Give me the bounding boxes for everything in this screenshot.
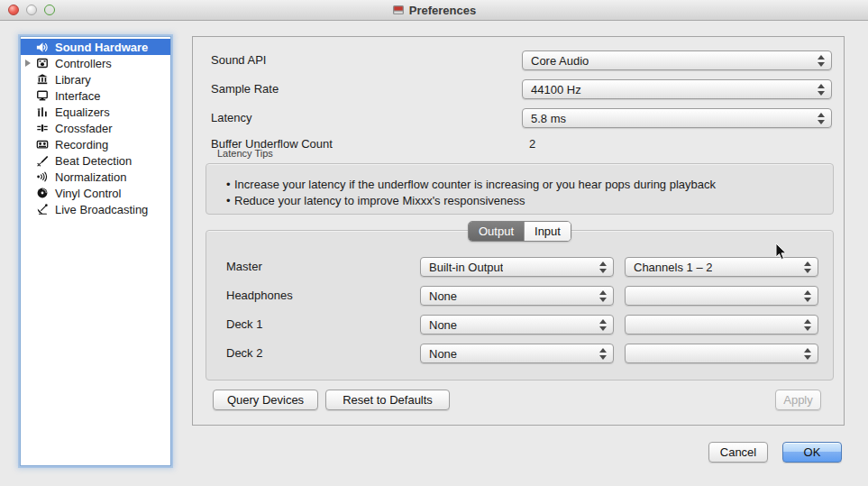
sidebar-item-equalizers[interactable]: Equalizers xyxy=(21,104,170,120)
mouse-cursor xyxy=(775,243,788,261)
sidebar-item-beat-detection[interactable]: Beat Detection xyxy=(21,152,170,169)
monitor-icon xyxy=(34,88,50,103)
stepper-arrows-icon xyxy=(818,84,825,96)
master-device-select[interactable]: Built-in Output xyxy=(420,257,614,277)
tab-input[interactable]: Input xyxy=(524,222,571,241)
headphones-label: Headphones xyxy=(226,286,293,306)
deck1-device-select[interactable]: None xyxy=(420,315,614,335)
sidebar-item-interface[interactable]: Interface xyxy=(21,87,170,104)
titlebar[interactable]: Preferences xyxy=(0,0,868,21)
sound-api-select[interactable]: Core Audio xyxy=(522,50,832,70)
latency-label: Latency xyxy=(211,108,252,128)
sidebar-item-crossfader[interactable]: Crossfader xyxy=(21,120,170,136)
deck1-channels-select[interactable] xyxy=(625,315,818,335)
sidebar-item-normalization[interactable]: Normalization xyxy=(21,169,170,185)
sound-hardware-panel: Sound API Core Audio Sample Rate 44100 H… xyxy=(192,36,845,426)
sidebar-item-label: Sound Hardware xyxy=(55,41,148,54)
title-area: Preferences xyxy=(0,0,868,20)
sidebar-item-label: Controllers xyxy=(55,57,112,70)
app-icon xyxy=(392,4,405,16)
latency-tip: Increase your latency if the underflow c… xyxy=(206,177,833,193)
stepper-arrows-icon xyxy=(804,261,811,273)
deck2-device-select[interactable]: None xyxy=(420,344,614,363)
beat-detection-pen-icon xyxy=(34,153,50,168)
library-columns-icon xyxy=(34,72,50,87)
disclosure-triangle-icon[interactable] xyxy=(21,60,34,67)
query-devices-button[interactable]: Query Devices xyxy=(213,390,318,410)
sidebar-item-label: Beat Detection xyxy=(55,154,132,168)
latency-tip: Reduce your latency to improve Mixxx's r… xyxy=(206,193,833,209)
sidebar-item-library[interactable]: Library xyxy=(21,71,170,87)
headphones-device-select[interactable]: None xyxy=(420,286,614,306)
sidebar-item-label: Recording xyxy=(55,138,108,151)
tab-output[interactable]: Output xyxy=(469,222,524,241)
sidebar-item-label: Crossfader xyxy=(55,122,113,135)
latency-select[interactable]: 5.8 ms xyxy=(522,108,832,128)
headphones-channels-select[interactable] xyxy=(625,286,818,306)
stepper-arrows-icon xyxy=(804,290,811,302)
stepper-arrows-icon xyxy=(804,348,811,360)
window-title: Preferences xyxy=(409,4,476,17)
deck2-label: Deck 2 xyxy=(226,344,262,363)
sidebar-item-vinyl-control[interactable]: Vinyl Control xyxy=(21,185,170,201)
stepper-arrows-icon xyxy=(818,55,825,67)
crossfader-icon xyxy=(34,121,50,135)
reset-to-defaults-button[interactable]: Reset to Defaults xyxy=(325,390,450,410)
sidebar-item-label: Equalizers xyxy=(55,105,110,119)
sound-api-label: Sound API xyxy=(211,50,266,70)
sidebar-item-controllers[interactable]: Controllers xyxy=(21,55,170,71)
master-label: Master xyxy=(226,257,262,277)
category-list[interactable]: Sound Hardware Controllers Library Inter… xyxy=(20,36,171,466)
sidebar-item-label: Interface xyxy=(55,89,101,103)
sidebar-item-label: Vinyl Control xyxy=(55,187,121,200)
stepper-arrows-icon xyxy=(599,319,607,331)
buffer-underflow-value: 2 xyxy=(529,134,535,154)
sidebar-item-sound-hardware[interactable]: Sound Hardware xyxy=(21,39,170,55)
apply-button[interactable]: Apply xyxy=(775,390,821,410)
sample-rate-select[interactable]: 44100 Hz xyxy=(522,79,832,99)
cancel-button[interactable]: Cancel xyxy=(708,442,768,463)
recorder-icon xyxy=(34,137,50,151)
latency-tips-title: Latency Tips xyxy=(217,148,273,159)
stepper-arrows-icon xyxy=(818,113,825,124)
sidebar-item-label: Live Broadcasting xyxy=(55,203,148,216)
deck1-label: Deck 1 xyxy=(226,315,262,335)
sidebar-item-live-broadcasting[interactable]: Live Broadcasting xyxy=(21,201,170,217)
stepper-arrows-icon xyxy=(804,319,811,331)
sound-waves-icon xyxy=(34,170,50,184)
satellite-dish-icon xyxy=(34,202,50,216)
sidebar-item-label: Normalization xyxy=(55,170,126,184)
master-channels-select[interactable]: Channels 1 – 2 xyxy=(625,257,818,277)
equalizer-bars-icon xyxy=(34,105,50,119)
stepper-arrows-icon xyxy=(599,290,607,302)
midi-controller-icon xyxy=(34,56,50,70)
sample-rate-label: Sample Rate xyxy=(211,79,279,99)
ok-button[interactable]: OK xyxy=(782,442,842,463)
io-tab-bar: Output Input xyxy=(468,221,571,242)
sidebar-item-recording[interactable]: Recording xyxy=(21,136,170,152)
speaker-icon xyxy=(34,40,50,54)
stepper-arrows-icon xyxy=(599,348,607,360)
vinyl-record-icon xyxy=(34,186,50,200)
latency-tips-box: Increase your latency if the underflow c… xyxy=(206,163,834,215)
sidebar-item-label: Library xyxy=(55,73,91,87)
deck2-channels-select[interactable] xyxy=(625,344,818,363)
stepper-arrows-icon xyxy=(599,261,607,273)
